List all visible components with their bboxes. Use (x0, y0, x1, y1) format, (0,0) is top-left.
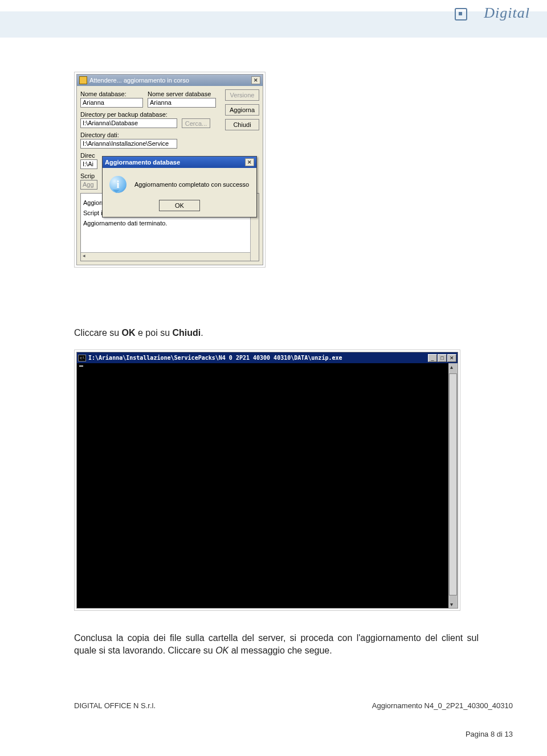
window-title: Attendere... aggiornamento in corso (89, 77, 251, 84)
minimize-icon[interactable]: _ (428, 354, 437, 362)
footer: DIGITAL OFFICE N S.r.l. Aggiornamento N4… (74, 701, 513, 710)
subdialog-titlebar: Aggiornamento database ✕ (103, 157, 256, 168)
subdialog-message: Aggiornamento completato con successo (134, 181, 249, 188)
maximize-icon[interactable]: □ (438, 354, 447, 362)
cerca-button-1: Cerca... (182, 118, 210, 128)
close-icon[interactable]: ✕ (447, 354, 456, 362)
versione-button: Versione (225, 89, 259, 101)
info-icon: i (109, 176, 126, 193)
label-dir-dati: Directory dati: (80, 132, 259, 138)
text: . (201, 328, 203, 338)
screenshot-cmd-window: c:\ I:\Arianna\Installazione\ServicePack… (74, 350, 460, 611)
cmd-body (77, 363, 458, 608)
close-icon[interactable]: ✕ (245, 158, 254, 166)
text-bold-chiudi: Chiudi (173, 328, 201, 338)
text: Cliccare su (74, 328, 122, 338)
field-nome-db[interactable]: Arianna (80, 98, 143, 108)
label-nome-db: Nome database: (80, 91, 143, 97)
field-dir-dati[interactable]: I:\Arianna\Installazione\Service (80, 139, 177, 149)
log-line-3: Aggiornamento dati terminato. (83, 220, 256, 227)
text-italic-ok: OK (215, 646, 228, 655)
close-icon[interactable]: ✕ (251, 76, 260, 84)
cmd-scroll-thumb[interactable] (449, 373, 457, 595)
footer-left: DIGITAL OFFICE N S.r.l. (74, 701, 156, 710)
instruction-2: Conclusa la copia dei file sulla cartell… (74, 632, 479, 656)
text: e poi su (136, 328, 173, 338)
text: al messaggio che segue. (228, 646, 332, 655)
brand-icon (455, 8, 467, 20)
aggiorna-button[interactable]: Aggiorna (225, 104, 259, 116)
cmd-window: c:\ I:\Arianna\Installazione\ServicePack… (76, 352, 458, 609)
cmd-titlebar: c:\ I:\Arianna\Installazione\ServicePack… (77, 352, 458, 363)
app-icon (79, 76, 87, 84)
cursor (79, 365, 83, 367)
subdialog-title: Aggiornamento database (105, 159, 245, 166)
info-subdialog: Aggiornamento database ✕ i Aggiornamento… (102, 156, 257, 217)
page-number: Pagina 8 di 13 (466, 730, 513, 738)
cmd-icon: c:\ (78, 355, 86, 361)
field-partial-2: Agg (80, 180, 97, 190)
chiudi-button[interactable]: Chiudi (225, 119, 259, 130)
field-partial-1[interactable]: I:\Ai (80, 159, 97, 169)
brand-logo-text: Digital (484, 5, 530, 22)
hscrollbar[interactable] (81, 252, 250, 261)
field-dir-backup[interactable]: I:\Arianna\Database (80, 118, 177, 128)
screenshot-update-dialog: Attendere... aggiornamento in corso ✕ Ve… (74, 72, 266, 268)
instruction-1: Cliccare su OK e poi su Chiudi. (74, 328, 203, 338)
label-nome-server: Nome server database (148, 91, 216, 97)
ok-button[interactable]: OK (159, 200, 200, 211)
cmd-title-text: I:\Arianna\Installazione\ServicePacks\N4… (88, 355, 428, 361)
field-nome-server[interactable]: Arianna (148, 98, 216, 108)
titlebar: Attendere... aggiornamento in corso ✕ (77, 75, 263, 86)
text-bold-ok: OK (122, 328, 136, 338)
footer-right: Aggiornamento N4_0_2P21_40300_40310 (372, 701, 513, 710)
update-window: Attendere... aggiornamento in corso ✕ Ve… (76, 74, 263, 265)
